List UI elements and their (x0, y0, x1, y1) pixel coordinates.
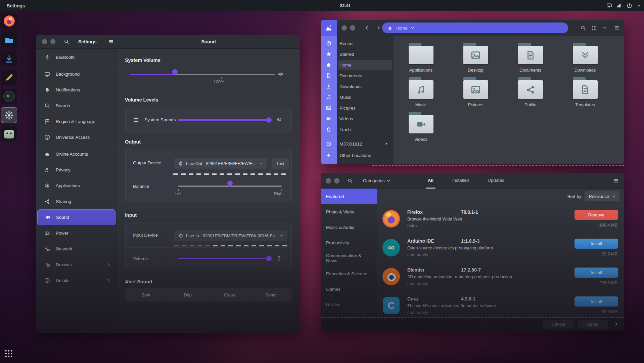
dock-icon-editor[interactable] (1, 70, 17, 85)
apply-button[interactable]: Apply (578, 320, 608, 329)
fm-sidebar-item-other-locations[interactable]: Other Locations (321, 150, 394, 161)
chevron-down-icon[interactable] (411, 26, 414, 30)
sidebar-item-applications[interactable]: Applications (37, 178, 116, 194)
category-communication-news[interactable]: Communication & News (321, 250, 377, 266)
dock-icon-software[interactable] (1, 126, 17, 142)
sidebar-item-privacy[interactable]: Privacy (37, 162, 116, 178)
install-button[interactable]: Install (574, 268, 618, 278)
app-row-blender[interactable]: Blender17:2.80-73D modeling, animation, … (377, 262, 624, 291)
clock[interactable]: 22:41 (340, 3, 351, 8)
menu-icon[interactable] (614, 25, 619, 31)
fm-sidebar-item-documents[interactable]: Documents (321, 70, 394, 81)
view-options-icon[interactable] (603, 26, 606, 30)
category-productivity[interactable]: Productivity (321, 235, 377, 250)
search-icon[interactable] (64, 39, 69, 44)
sidebar-item-region-language[interactable]: Region & Language (37, 114, 116, 129)
display-status-icon[interactable] (606, 3, 612, 8)
menu-icon[interactable] (108, 39, 114, 44)
alert-sound-option-glass[interactable]: Glass (209, 288, 250, 301)
folder-downloads[interactable]: Downloads (565, 43, 605, 73)
folder-applications[interactable]: Applications (401, 43, 441, 73)
window-resize-hint[interactable] (372, 165, 624, 166)
back-button[interactable] (364, 25, 369, 30)
window-button[interactable] (326, 178, 331, 184)
slider-handle[interactable] (266, 256, 272, 261)
tab-all[interactable]: All (426, 173, 435, 189)
folder-desktop[interactable]: Desktop (456, 43, 496, 73)
category-utilities[interactable]: Utilities (321, 297, 377, 312)
system-sounds-slider[interactable] (178, 119, 269, 121)
test-button[interactable]: Test (272, 158, 289, 169)
sidebar-item-network[interactable]: Network (37, 241, 116, 257)
fm-sidebar-item-trash[interactable]: Trash (321, 124, 394, 135)
install-button[interactable]: Install (574, 296, 618, 307)
sidebar-item-universal-access[interactable]: Universal Access (37, 129, 116, 145)
alert-sound-option-drip[interactable]: Drip (167, 288, 209, 301)
dock-icon-terminal[interactable]: >_ (1, 89, 17, 104)
dock-icon-files[interactable] (1, 32, 17, 47)
alert-sound-option-bark[interactable]: Bark (125, 288, 167, 301)
slider-handle[interactable] (266, 117, 272, 123)
window-button[interactable] (350, 25, 355, 31)
fm-sidebar-item-starred[interactable]: Starred (321, 49, 394, 59)
search-icon[interactable] (348, 178, 353, 184)
install-button[interactable]: Install (574, 239, 618, 249)
sidebar-item-sharing[interactable]: Sharing (37, 194, 116, 209)
sidebar-item-online-accounts[interactable]: Online Accounts (37, 146, 116, 162)
fm-sidebar-item-downloads[interactable]: Downloads (321, 81, 394, 92)
sidebar-item-sound[interactable]: Sound (37, 209, 116, 225)
input-device-dropdown[interactable]: Line In - 82801FB/FBM/FR/FW/FRW (ICH6 Fa… (174, 230, 287, 241)
cancel-button[interactable]: Cancel (543, 320, 573, 329)
app-row-cura[interactable]: CCura4.3.0-1The world's most advanced 3d… (377, 291, 624, 318)
category-photo-video[interactable]: Photo & Video (321, 204, 377, 219)
view-mode-icon[interactable] (592, 25, 597, 31)
app-grid-button[interactable] (4, 349, 13, 358)
category-games[interactable]: Games (321, 281, 377, 297)
sidebar-item-search[interactable]: Search (37, 98, 116, 114)
eject-icon[interactable] (384, 142, 389, 146)
sidebar-item-devices[interactable]: Devices (37, 257, 116, 273)
slider-handle[interactable] (171, 68, 179, 76)
dock-icon-browser[interactable] (1, 13, 17, 29)
window-button[interactable] (50, 39, 55, 44)
folder-pictures[interactable]: Pictures (456, 77, 496, 107)
tab-updates[interactable]: Updates (486, 173, 506, 189)
system-volume-slider[interactable] (130, 74, 275, 75)
fm-sidebar-item-videos[interactable]: Videos (321, 113, 394, 124)
folder-videos[interactable]: Videos (401, 112, 441, 142)
dock-icon-settings[interactable] (1, 108, 17, 123)
category-education-science[interactable]: Education & Science (321, 266, 377, 281)
next-page-icon[interactable] (614, 322, 619, 327)
folder-documents[interactable]: Documents (510, 43, 551, 73)
dock-icon-downloads[interactable] (1, 51, 17, 66)
sidebar-item-bluetooth[interactable]: Bluetooth (37, 49, 116, 65)
output-device-dropdown[interactable]: Line Out - 82801FB/FBM/FR/FW/F… (174, 158, 267, 169)
sidebar-item-background[interactable]: Background (37, 66, 116, 82)
slider-handle[interactable] (226, 180, 234, 188)
search-icon[interactable] (581, 25, 586, 31)
balance-slider[interactable] (178, 186, 282, 187)
power-status-icon[interactable] (627, 3, 632, 8)
alert-sound-option-sonar[interactable]: Sonar (250, 288, 292, 301)
category-featured[interactable]: Featured (321, 189, 377, 204)
sidebar-item-details[interactable]: Details (37, 273, 116, 288)
app-row-firefox[interactable]: Firefox70.0.1-1Browse the World Wide Web… (377, 204, 624, 233)
sidebar-item-notifications[interactable]: Notifications (37, 82, 116, 98)
volume-status-icon[interactable] (616, 3, 622, 8)
window-button[interactable] (341, 25, 347, 31)
system-tray[interactable] (606, 3, 641, 8)
fm-sidebar-item-mjro1812[interactable]: MJRO1812 (321, 138, 394, 150)
remove-button[interactable]: Remove (574, 210, 618, 220)
forward-button[interactable] (376, 25, 381, 30)
fm-sidebar-item-music[interactable]: Music (321, 92, 394, 103)
categories-menu[interactable]: Categories (363, 178, 390, 183)
fm-sidebar-item-recent[interactable]: Recent (321, 38, 394, 49)
input-volume-slider[interactable] (178, 258, 269, 259)
tab-installed[interactable]: Installed (450, 173, 471, 189)
sort-dropdown[interactable]: Relevance (585, 191, 619, 201)
fm-sidebar-item-home[interactable]: Home (321, 59, 394, 70)
chevron-down-icon[interactable] (637, 4, 641, 8)
path-bar[interactable]: Home (382, 23, 568, 33)
category-music-audio[interactable]: Music & Audio (321, 219, 377, 235)
folder-templates[interactable]: Templates (565, 77, 605, 107)
